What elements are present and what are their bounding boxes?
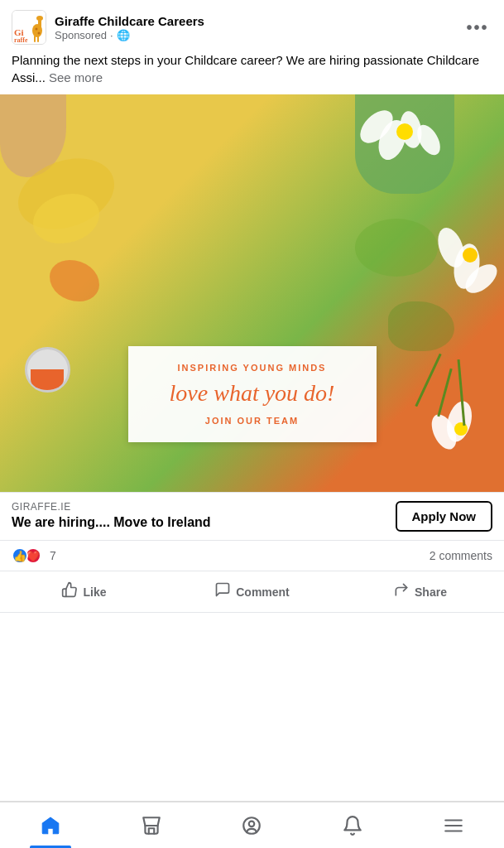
ad-headline: We are hiring.... Move to Ireland [12,514,396,532]
avatar[interactable]: Gi raffe [12,10,46,45]
bottom-nav [0,802,504,848]
nav-notifications[interactable] [302,802,403,848]
comment-icon [214,581,231,602]
reaction-count: 7 [50,549,56,562]
svg-rect-8 [34,36,36,42]
post-header: Gi raffe [0,0,504,51]
more-options-button[interactable]: ••• [463,12,492,42]
nav-home[interactable] [0,802,101,848]
like-button[interactable]: Like [0,575,168,609]
svg-point-6 [36,28,38,31]
see-more-link[interactable]: See more [49,70,103,84]
sponsored-label: Sponsored · 🌐 [55,29,463,41]
comments-count[interactable]: 2 comments [430,549,492,562]
ad-domain: GIRAFFE.IE [12,501,396,513]
nav-menu[interactable] [403,802,504,848]
overlay-card: INSPIRING YOUNG MINDS love what you do! … [128,346,377,442]
nav-groups[interactable] [202,802,303,848]
overlay-main-text: love what you do! [155,379,350,407]
page-name[interactable]: Giraffe Childcare Careers [55,13,463,30]
share-icon [393,581,410,602]
reactions-left[interactable]: 👍 ❤️ 7 [12,547,56,564]
reactions-row: 👍 ❤️ 7 2 comments [0,541,504,571]
overlay-subtitle: INSPIRING YOUNG MINDS [155,363,350,373]
action-buttons: Like Comment Share [0,571,504,613]
comment-label: Comment [236,585,290,599]
svg-rect-9 [37,36,39,42]
post-image: INSPIRING YOUNG MINDS love what you do! … [0,94,504,492]
svg-rect-4 [38,19,41,31]
svg-point-5 [36,16,43,21]
post-text: Planning the next steps in your Childcar… [0,51,504,94]
svg-point-11 [249,821,255,826]
share-label: Share [415,585,447,599]
dot-separator: · [110,29,113,41]
svg-point-7 [38,32,41,35]
like-reaction: 👍 [12,547,28,564]
globe-icon: 🌐 [117,29,130,41]
ad-link-section: GIRAFFE.IE We are hiring.... Move to Ire… [0,492,504,541]
like-icon [61,581,78,602]
svg-text:raffe: raffe [14,36,28,44]
share-button[interactable]: Share [336,575,504,609]
like-label: Like [83,585,106,599]
nav-marketplace[interactable] [101,802,202,848]
post-card: Gi raffe [0,0,504,802]
apply-now-button[interactable]: Apply Now [396,501,493,532]
reaction-icons: 👍 ❤️ [12,547,41,564]
overlay-cta: JOIN OUR TEAM [155,416,350,426]
post-meta: Giraffe Childcare Careers Sponsored · 🌐 [55,13,463,42]
comment-button[interactable]: Comment [168,575,336,609]
ad-link-text: GIRAFFE.IE We are hiring.... Move to Ire… [12,501,396,532]
